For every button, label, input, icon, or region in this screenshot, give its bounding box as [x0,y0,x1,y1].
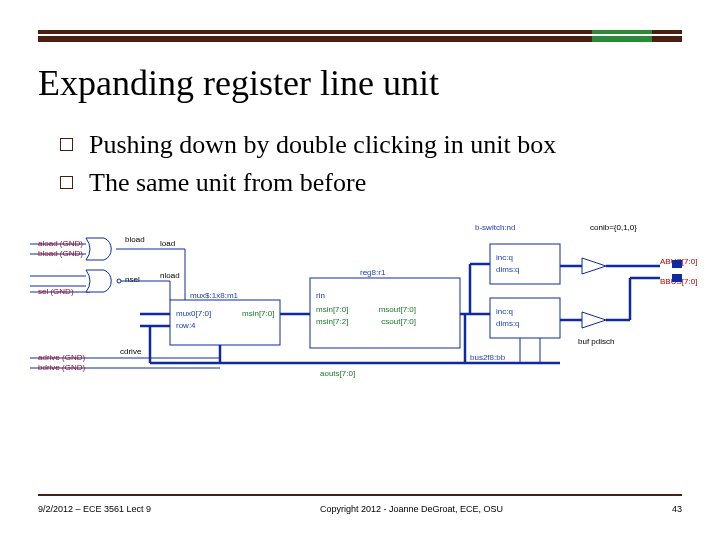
buffer-icon [582,312,606,328]
switch-block-a [490,244,560,284]
nor-gate-icon [86,270,111,292]
decoration-accent-bottom [592,36,652,42]
header-decoration [38,30,682,44]
diagram-buf-label: buf pdisch [578,337,614,346]
footer-date: 9/2/2012 – ECE 3561 Lect 9 [38,504,151,515]
bullet-text: The same unit from before [89,166,366,200]
svg-rect-25 [672,274,682,282]
diagram-right-a: inc:q [496,253,513,262]
bullet-marker-icon [60,176,73,189]
diagram-right-top-label: conib={0,1,0} [590,223,637,232]
footer-divider [38,494,682,496]
diagram-reg-in: rin [316,291,325,300]
diagram-top-label: b-switch:nd [475,223,515,232]
diagram-reg-in2: msin[7:2] [316,317,348,326]
svg-rect-24 [672,260,682,268]
bullet-text: Pushing down by double clicking in unit … [89,128,556,162]
schematic-svg: b-switch:nd conib={0,1,0} aload (GND) bl… [20,220,700,400]
diagram-bottom-bus: aouts[7:0] [320,369,355,378]
schematic-diagram: b-switch:nd conib={0,1,0} aload (GND) bl… [20,220,700,400]
page-title: Expanding register line unit [38,62,439,104]
diagram-gate-nload: nload [160,271,180,280]
bullet-marker-icon [60,138,73,151]
bullet-item: Pushing down by double clicking in unit … [60,128,680,162]
diagram-right-d: dims:q [496,319,520,328]
diagram-right-b: dims:q [496,265,520,274]
decoration-accent-top [592,30,652,34]
diagram-mux-a: mux0[7:0] [176,309,211,318]
diagram-mux-b: row:4 [176,321,196,330]
diagram-gate-load: load [160,239,175,248]
diagram-mux-out: msin[7:0] [242,309,274,318]
diagram-bottom-label: bus2f8:bb [470,353,506,362]
diagram-reg-out2: csout[7:0] [381,317,416,326]
bullet-item: The same unit from before [60,166,680,200]
decoration-bar-top [38,30,682,34]
footer: 9/2/2012 – ECE 3561 Lect 9 Copyright 201… [38,494,682,526]
decoration-bar-bottom [38,36,682,42]
diagram-reg-label: reg8:r1 [360,268,386,277]
diagram-mux-label: mux$:1x8:m1 [190,291,239,300]
diagram-reg-in1: msin[7:0] [316,305,348,314]
footer-copyright: Copyright 2012 - Joanne DeGroat, ECE, OS… [320,504,503,514]
or-gate-icon [86,238,111,260]
footer-page-number: 43 [672,504,682,514]
buffer-icon [582,258,606,274]
diagram-sig-cdrive: cdrive [120,347,142,356]
diagram-label-nsel: nsel [125,275,140,284]
svg-point-8 [117,279,121,283]
diagram-right-c: inc:q [496,307,513,316]
diagram-sig-bload: bload [125,235,145,244]
switch-block-b [490,298,560,338]
diagram-reg-out: msout[7:0] [379,305,416,314]
bullet-list: Pushing down by double clicking in unit … [60,128,680,204]
